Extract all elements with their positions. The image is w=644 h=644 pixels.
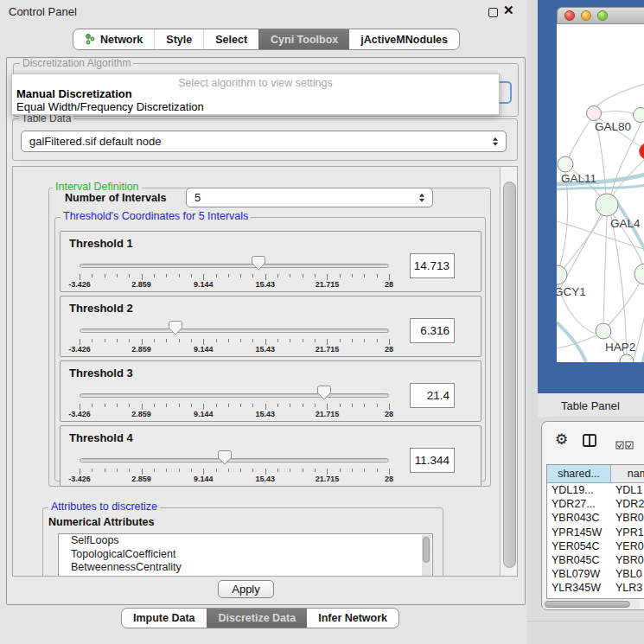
- tab-style[interactable]: Style: [154, 29, 203, 49]
- threshold-value-field[interactable]: 14.713: [410, 253, 455, 278]
- bottom-tab-discretize-data[interactable]: Discretize Data: [207, 609, 308, 628]
- column-header[interactable]: name: [611, 465, 644, 483]
- attribute-item[interactable]: SelfLoops: [59, 534, 432, 548]
- network-node[interactable]: [620, 354, 634, 362]
- table-row[interactable]: YBL079WYBL0: [547, 567, 644, 581]
- attributes-group-label: Attributes to discretize: [48, 501, 160, 513]
- tab-cyni-toolbox[interactable]: Cyni Toolbox: [258, 29, 349, 49]
- threshold-box: Threshold 2 -3.4262.8599.14415.4321.7152…: [60, 296, 481, 357]
- table-header-row[interactable]: shared...name: [547, 465, 644, 483]
- node-attribute-table[interactable]: shared...name YDL19...YDL1YDR27...YDR2YB…: [546, 464, 644, 599]
- bottom-tab-infer-network[interactable]: Infer Network: [307, 609, 399, 628]
- network-node-hap2[interactable]: [596, 323, 611, 339]
- threshold-slider-track[interactable]: [80, 328, 389, 333]
- threshold-value-field[interactable]: 11.344: [410, 448, 455, 473]
- gear-icon[interactable]: ⚙: [555, 432, 568, 447]
- network-node-gal11[interactable]: [558, 156, 573, 172]
- divider: [527, 621, 644, 622]
- network-node-h[interactable]: [634, 264, 644, 284]
- window-title: Control Panel: [9, 5, 77, 18]
- table-row[interactable]: YIL052CYIL0: [547, 596, 644, 599]
- threshold-slider-track[interactable]: [80, 393, 389, 398]
- number-of-intervals-value: 5: [194, 191, 201, 204]
- threshold-label: Threshold 1: [69, 237, 133, 250]
- zoom-traffic-light-icon[interactable]: [597, 10, 608, 21]
- attribute-item[interactable]: BetweennessCentrality: [59, 561, 432, 575]
- table-data-combobox[interactable]: galFiltered.sif default node: [21, 131, 507, 152]
- top-tab-bar: NetworkStyleSelectCyni ToolboxjActiveMNo…: [73, 29, 460, 50]
- number-of-intervals-label: Number of Intervals: [65, 192, 166, 204]
- threshold-label: Threshold 3: [69, 367, 133, 379]
- table-row[interactable]: YBR045CYBR0: [547, 553, 644, 567]
- float-window-icon[interactable]: [488, 8, 498, 17]
- table-scrollbar-thumb[interactable]: [545, 601, 630, 608]
- numerical-attributes-label: Numerical Attributes: [48, 516, 154, 528]
- network-window-titlebar[interactable]: [557, 7, 644, 24]
- network-node-gal80[interactable]: [587, 106, 602, 121]
- algorithm-option[interactable]: Equal Width/Frequency Discretization: [12, 100, 499, 113]
- tab-network[interactable]: Network: [73, 29, 154, 49]
- network-node-ga[interactable]: [634, 108, 644, 123]
- table-row[interactable]: YBR043CYBR0: [547, 511, 644, 525]
- network-node-gal4[interactable]: [596, 194, 618, 216]
- threshold-value-field[interactable]: 21.4: [410, 383, 455, 408]
- threshold-label: Threshold 2: [69, 302, 133, 315]
- table-row[interactable]: YPR145WYPR1: [547, 526, 644, 539]
- threshold-slider-thumb[interactable]: [218, 450, 232, 465]
- numerical-attributes-list[interactable]: SelfLoopsTopologicalCoefficientBetweenne…: [58, 533, 433, 577]
- threshold-axis-labels: -3.4262.8599.14415.4321.71528: [80, 410, 389, 419]
- apply-button[interactable]: Apply: [218, 580, 274, 598]
- attribute-item[interactable]: TopologicalCoefficient: [59, 548, 432, 562]
- spinner-arrows-icon: [419, 193, 424, 202]
- algorithm-dropdown-hint: Select algorithm to view settings: [12, 74, 499, 87]
- network-view-frame: GAL80GACGAL11GAL4GCY1HHAP2: [538, 0, 644, 393]
- algorithm-option[interactable]: Manual Discretization: [12, 87, 499, 100]
- algorithm-dropdown-popup: Select algorithm to view settings Manual…: [11, 73, 500, 115]
- threshold-slider-track[interactable]: [80, 458, 389, 462]
- threshold-slider-thumb[interactable]: [169, 321, 182, 335]
- network-node-c[interactable]: [640, 143, 644, 160]
- table-row[interactable]: YDR27...YDR2: [547, 497, 644, 511]
- network-graph-icon: [85, 34, 95, 45]
- threshold-slider-thumb[interactable]: [252, 256, 265, 271]
- table-row[interactable]: YDL19...YDL1: [547, 483, 644, 497]
- discretization-algorithm-group-label: Discretization Algorithm: [20, 58, 133, 69]
- threshold-slider-thumb[interactable]: [317, 386, 331, 400]
- panel-scrollbar[interactable]: [500, 167, 518, 577]
- table-data-combobox-value: galFiltered.sif default node: [29, 135, 161, 148]
- table-row[interactable]: YER054CYER0: [547, 539, 644, 553]
- right-region: GAL80GACGAL11GAL4GCY1HHAP2 Table Panel ⚙…: [527, 0, 644, 644]
- settings-scroll-pane: Interval Definition Number of Intervals …: [12, 166, 518, 577]
- network-canvas[interactable]: GAL80GACGAL11GAL4GCY1HHAP2: [557, 24, 644, 362]
- svg-text:GAL4: GAL4: [610, 217, 641, 230]
- number-of-intervals-spinner[interactable]: 5: [186, 188, 433, 207]
- svg-text:GAL80: GAL80: [595, 120, 631, 133]
- checkboxes-icon[interactable]: [615, 437, 634, 453]
- threshold-box: Threshold 1 -3.4262.8599.14415.4321.7152…: [60, 231, 481, 292]
- attributes-scrollbar[interactable]: [422, 535, 431, 576]
- network-node-gcy1[interactable]: [557, 265, 567, 284]
- svg-text:GCY1: GCY1: [557, 285, 586, 298]
- table-row[interactable]: YLR345WYLR3: [547, 581, 644, 595]
- panel-scrollbar-thumb[interactable]: [503, 182, 516, 568]
- svg-text:HAP2: HAP2: [605, 341, 635, 354]
- threshold-axis-labels: -3.4262.8599.14415.4321.71528: [80, 475, 389, 484]
- close-traffic-light-icon[interactable]: [564, 10, 575, 21]
- threshold-slider-track[interactable]: [80, 264, 389, 268]
- bottom-tab-impute-data[interactable]: Impute Data: [122, 609, 207, 628]
- threshold-box: Threshold 3 -3.4262.8599.14415.4321.7152…: [60, 360, 481, 422]
- minimize-traffic-light-icon[interactable]: [581, 10, 591, 21]
- control-panel-window: Control Panel ✕ NetworkStyleSelectCyni T…: [0, 0, 527, 644]
- columns-icon[interactable]: [583, 434, 597, 450]
- svg-text:GAL11: GAL11: [561, 172, 596, 185]
- tab-select[interactable]: Select: [203, 29, 258, 49]
- table-panel-title: Table Panel: [561, 399, 620, 412]
- threshold-value-field[interactable]: 6.316: [410, 318, 455, 343]
- tab-jactivemnodules[interactable]: jActiveMNodules: [349, 29, 459, 49]
- table-rows[interactable]: YDL19...YDL1YDR27...YDR2YBR043CYBR0YPR14…: [547, 483, 644, 598]
- threshold-axis-labels: -3.4262.8599.14415.4321.71528: [80, 345, 389, 354]
- close-icon[interactable]: ✕: [503, 3, 514, 18]
- table-horizontal-scrollbar[interactable]: [543, 600, 640, 609]
- column-header[interactable]: shared...: [547, 465, 611, 483]
- threshold-label: Threshold 4: [69, 431, 133, 444]
